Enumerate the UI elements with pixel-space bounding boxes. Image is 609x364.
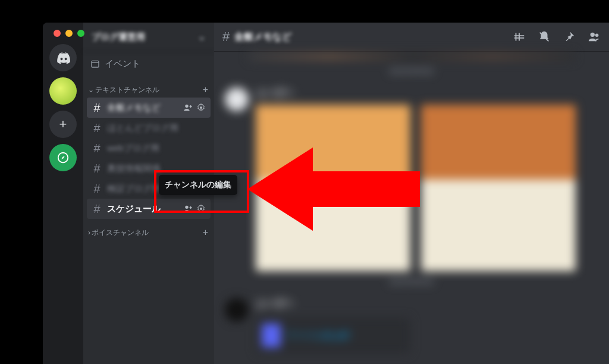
hash-icon: # [92, 182, 102, 196]
image-row [249, 52, 575, 61]
svg-point-4 [185, 206, 188, 209]
compass-icon [56, 151, 70, 164]
image-attachment[interactable] [421, 105, 576, 271]
avatar[interactable] [225, 87, 249, 111]
channel-label: 全般メモなど [107, 102, 178, 114]
invite-icon[interactable] [183, 103, 193, 112]
svg-rect-1 [92, 61, 99, 67]
svg-point-6 [591, 33, 595, 37]
date-divider: 2023年9月5日 [225, 67, 598, 77]
explore-servers-button[interactable] [49, 144, 77, 171]
window-close-button[interactable] [54, 30, 61, 37]
category-label: テキストチャンネル [95, 85, 159, 95]
channel-item[interactable]: # 全般メモなど [87, 98, 211, 118]
hash-icon: # [222, 29, 230, 45]
svg-point-7 [595, 34, 599, 37]
events-label: イベント [105, 58, 140, 70]
date-divider: 2023年9月5日 [225, 277, 598, 287]
channel-item-schedule[interactable]: # スケジュール [87, 199, 211, 219]
app-window: + ブログ運営用 ⌄ イベント ⌄ テキストチャンネル + # 全般メモなど [43, 23, 609, 364]
hash-icon: # [92, 101, 102, 115]
tooltip-edit-channel: チャンネルの編集 [159, 175, 237, 195]
server-button-selected[interactable] [49, 77, 77, 105]
threads-icon[interactable] [513, 30, 526, 43]
chat-header: # 全般メモなど [214, 23, 609, 51]
add-channel-icon[interactable]: + [203, 84, 208, 95]
hash-icon: # [92, 202, 102, 216]
channel-item[interactable]: # webブログ用 [87, 138, 211, 158]
category-text[interactable]: ⌄ テキストチャンネル + [83, 76, 214, 98]
chat-messages[interactable]: 2023年9月5日 ユーザー 2023年9月5日 ユーザー [214, 51, 609, 364]
svg-point-5 [200, 208, 202, 210]
chevron-down-icon: ⌄ [88, 86, 94, 94]
svg-point-2 [185, 105, 188, 108]
message-author: ユーザー [256, 87, 598, 100]
gear-icon[interactable] [196, 204, 206, 214]
window-minimize-button[interactable] [65, 30, 73, 37]
server-name: ブログ運営用 [92, 32, 145, 43]
category-voice[interactable]: › ボイスチャンネル + [83, 219, 214, 240]
invite-icon[interactable] [183, 204, 193, 214]
window-maximize-button[interactable] [77, 30, 84, 37]
chevron-right-icon: › [88, 228, 90, 237]
add-server-button[interactable]: + [49, 111, 77, 138]
home-server-button[interactable] [49, 44, 77, 71]
chevron-down-icon: ⌄ [198, 32, 206, 42]
file-icon [262, 324, 281, 347]
hash-icon: # [92, 121, 102, 135]
discord-logo-icon [55, 50, 71, 65]
hash-icon: # [92, 142, 102, 155]
hash-icon: # [92, 162, 102, 175]
channel-label: 裏技情報関係 [107, 163, 206, 174]
pin-icon[interactable] [563, 30, 576, 43]
category-label: ボイスチャンネル [92, 228, 149, 238]
server-header[interactable]: ブログ運営用 ⌄ [83, 23, 214, 51]
channel-item[interactable]: # ほとんどブログ用 [87, 118, 211, 138]
calendar-icon [90, 59, 100, 68]
channel-list: # 全般メモなど # ほとんどブログ用 # webブログ用 # 裏技情報関係 # [83, 98, 214, 219]
members-icon[interactable] [588, 30, 601, 43]
chat-main: # 全般メモなど 2023年9月5日 ユーザー [214, 23, 609, 364]
notifications-icon[interactable] [538, 30, 551, 43]
file-attachment[interactable]: ファイル名.pdf [256, 318, 410, 353]
svg-point-3 [200, 106, 202, 109]
events-button[interactable]: イベント [83, 51, 214, 76]
gear-icon[interactable] [196, 103, 206, 112]
add-channel-icon[interactable]: + [203, 227, 208, 238]
channel-title: 全般メモなど [234, 31, 508, 43]
channel-label: ほとんどブログ用 [107, 123, 206, 134]
file-name: ファイル名.pdf [285, 330, 349, 342]
channel-label: webブログ用 [107, 143, 206, 154]
message-author: ユーザー [256, 298, 598, 310]
avatar[interactable] [225, 298, 249, 322]
channel-label: スケジュール [107, 203, 178, 215]
message: ユーザー ファイル名.pdf [225, 298, 598, 353]
message: ユーザー [225, 87, 598, 271]
image-attachment[interactable] [256, 105, 410, 271]
server-rail: + [43, 23, 83, 364]
